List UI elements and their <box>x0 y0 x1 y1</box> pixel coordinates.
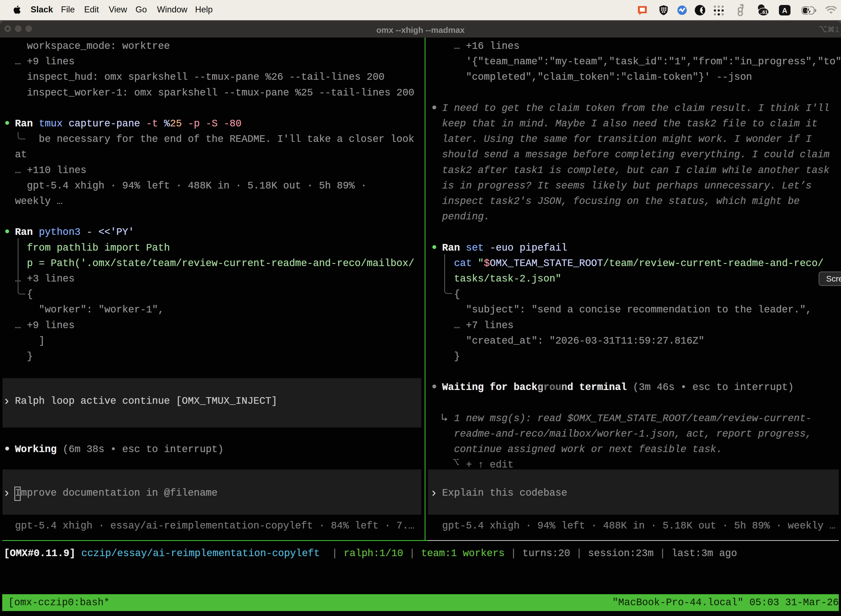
svg-text:..61: ..61 <box>760 10 768 15</box>
svg-text:1: 1 <box>835 25 840 34</box>
svg-text:A: A <box>782 6 787 15</box>
